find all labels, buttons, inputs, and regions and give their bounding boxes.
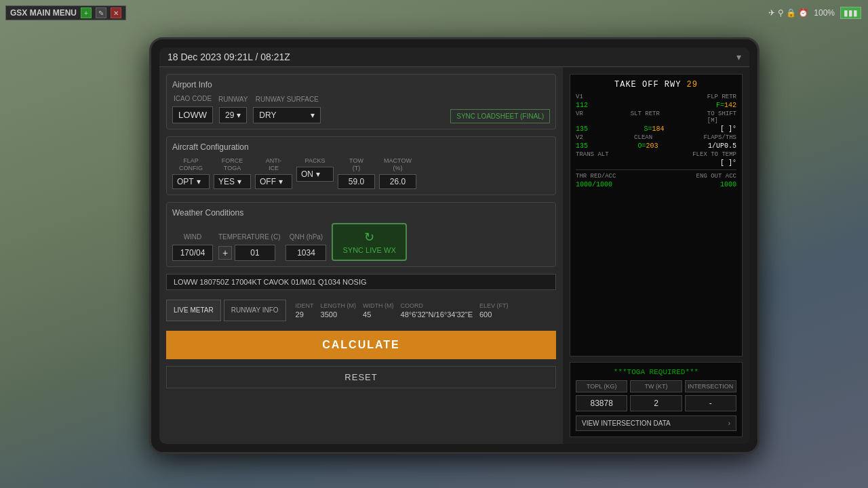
length-label: LENGTH (M) bbox=[321, 302, 357, 309]
fmc-to-shift-value: [ ]° bbox=[720, 125, 736, 133]
fmc-v1-label: V1 bbox=[576, 94, 583, 100]
icao-label: ICAO CODE bbox=[174, 95, 212, 102]
mactow-label: MACTOW(%) bbox=[384, 157, 412, 172]
topl-label: TOPL (KG) bbox=[576, 380, 627, 392]
anti-ice-dropdown[interactable]: OFF ▾ bbox=[255, 174, 292, 189]
chevron-right-icon: › bbox=[728, 420, 730, 427]
fmc-runway: 29 bbox=[687, 80, 698, 89]
width-value: 45 bbox=[363, 310, 393, 319]
coord-label: COORD bbox=[401, 302, 473, 309]
aircraft-config-section: Aircraft Configuration FLAPCONFIG OPT ▾ … bbox=[166, 136, 556, 195]
sync-wx-label: SYNC LIVE WX bbox=[342, 246, 395, 254]
ident-value: 29 bbox=[296, 310, 314, 319]
fmc-to-shift-label: TO SHIFT[M] bbox=[707, 110, 736, 124]
calculate-button[interactable]: CALCULATE bbox=[166, 331, 556, 359]
icao-value[interactable]: LOWW bbox=[172, 106, 213, 123]
weather-section: Weather Conditions WIND 170/04 TEMPERATU… bbox=[166, 202, 556, 267]
sync-icon: ↻ bbox=[364, 230, 374, 245]
edit-button[interactable]: ✎ bbox=[96, 7, 106, 18]
runway-chevron-icon: ▾ bbox=[237, 110, 241, 120]
temp-label: TEMPERATURE (C) bbox=[218, 233, 280, 241]
reset-button[interactable]: RESET bbox=[166, 366, 556, 388]
temp-plus-button[interactable]: + bbox=[218, 246, 232, 260]
wind-value[interactable]: 170/04 bbox=[172, 245, 213, 261]
tablet-topbar: 18 Dec 2023 09:21L / 08:21Z ▾ bbox=[159, 47, 749, 67]
fmc-clean-label: CLEAN bbox=[634, 134, 652, 141]
elev-label: ELEV (FT) bbox=[479, 302, 509, 309]
coord-field: COORD 48°6'32"N/16°34'32"E bbox=[401, 302, 473, 319]
temp-with-plus: + 01 bbox=[218, 245, 280, 261]
fmc-flp-retr-label: FLP RETR bbox=[707, 94, 736, 100]
sync-loadsheet-container: SYNC LOADSHEET (FINAL) bbox=[450, 109, 550, 123]
intersection-value: - bbox=[685, 395, 736, 411]
sync-loadsheet-button[interactable]: SYNC LOADSHEET (FINAL) bbox=[450, 109, 550, 123]
force-toga-label: FORCETOGA bbox=[222, 157, 243, 172]
mactow-value[interactable]: 26.0 bbox=[379, 174, 416, 189]
intersection-col: INTERSECTION - bbox=[685, 380, 736, 411]
fmc-row-trans-flex: TRANS ALT FLEX TO TEMP bbox=[576, 151, 736, 158]
add-button[interactable]: + bbox=[81, 7, 92, 18]
fmc-v2-value: 135 bbox=[576, 142, 588, 150]
fmc-row-thr-val-eng-val: 1000/1000 1000 bbox=[576, 181, 736, 188]
fmc-flp-retr-value: F=142 bbox=[716, 102, 736, 109]
icao-field: ICAO CODE LOWW bbox=[172, 95, 213, 123]
elev-field: ELEV (FT) 600 bbox=[479, 302, 509, 319]
force-toga-dropdown[interactable]: YES ▾ bbox=[214, 174, 251, 189]
temp-value[interactable]: 01 bbox=[235, 245, 275, 261]
surface-chevron-icon: ▾ bbox=[311, 110, 315, 120]
wind-field: WIND 170/04 bbox=[172, 233, 213, 261]
fmc-eng-out-label: ENG OUT ACC bbox=[696, 173, 736, 180]
fmc-row-v1val-flpval: 112 F=142 bbox=[576, 102, 736, 109]
runway-info-row: IDENT 29 LENGTH (M) 3500 WIDTH (M) 45 bbox=[296, 300, 556, 321]
flap-value: OPT bbox=[177, 177, 194, 186]
packs-dropdown[interactable]: ON ▾ bbox=[296, 167, 334, 182]
bottom-tabs: LIVE METAR RUNWAY INFO IDENT 29 LENGTH (… bbox=[166, 300, 556, 321]
flap-dropdown[interactable]: OPT ▾ bbox=[172, 174, 210, 189]
airport-info-title: Airport Info bbox=[172, 80, 550, 89]
view-intersection-button[interactable]: VIEW INTERSECTION DATA › bbox=[576, 415, 736, 431]
length-value: 3500 bbox=[321, 310, 357, 319]
live-metar-tab[interactable]: LIVE METAR bbox=[166, 300, 221, 321]
surface-dropdown[interactable]: DRY ▾ bbox=[253, 107, 321, 123]
fmc-thr-red-value: 1000/1000 bbox=[576, 181, 612, 188]
runway-info-tab[interactable]: RUNWAY INFO bbox=[224, 300, 286, 321]
flap-label: FLAPCONFIG bbox=[179, 157, 203, 172]
intersection-label: INTERSECTION bbox=[685, 380, 736, 392]
packs-chevron-icon: ▾ bbox=[316, 169, 320, 179]
force-toga-field: FORCETOGA YES ▾ bbox=[214, 157, 251, 189]
runway-field: RUNWAY 29 ▾ bbox=[218, 96, 248, 123]
tw-value: 2 bbox=[630, 395, 682, 411]
fmc-clean-value: O=203 bbox=[637, 142, 658, 150]
fmc-row-v2-clean: V2 CLEAN FLAPS/THS bbox=[576, 134, 736, 141]
fmc-vr-label: VR bbox=[576, 110, 583, 124]
battery-icon: ▮▮▮ bbox=[840, 7, 861, 19]
ident-field: IDENT 29 bbox=[296, 302, 314, 319]
fmc-flaps-ths-label: FLAPS/THS bbox=[703, 134, 736, 141]
surface-field: RUNWAY SURFACE DRY ▾ bbox=[253, 96, 321, 123]
fmc-title: TAKE OFF RWY 29 bbox=[576, 80, 736, 89]
anti-ice-value: OFF bbox=[260, 177, 276, 186]
flap-config-field: FLAPCONFIG OPT ▾ bbox=[172, 157, 210, 189]
width-label: WIDTH (M) bbox=[363, 302, 393, 309]
qnh-value[interactable]: 1034 bbox=[285, 245, 326, 261]
tw-label: TW (KT) bbox=[630, 380, 682, 392]
config-grid: FLAPCONFIG OPT ▾ FORCETOGA YES ▾ bbox=[172, 157, 550, 189]
aircraft-config-title: Aircraft Configuration bbox=[172, 142, 550, 152]
fmc-thr-red-label: THR RED/ACC bbox=[576, 173, 616, 180]
anti-ice-label: ANTI-ICE bbox=[266, 157, 282, 172]
surface-label: RUNWAY SURFACE bbox=[256, 96, 319, 103]
runway-dropdown[interactable]: 29 ▾ bbox=[219, 107, 247, 123]
divider bbox=[576, 169, 736, 170]
tow-value[interactable]: 59.0 bbox=[338, 174, 375, 189]
wind-label: WIND bbox=[172, 233, 213, 241]
weather-grid: WIND 170/04 TEMPERATURE (C) + 01 QNH (hP… bbox=[172, 223, 550, 261]
sync-wx-button[interactable]: ↻ SYNC LIVE WX bbox=[332, 223, 406, 261]
fmc-flaps-ths-value: 1/UP0.5 bbox=[708, 142, 736, 150]
fmc-display: TAKE OFF RWY 29 V1 FLP RETR 112 F=142 VR… bbox=[570, 74, 743, 357]
close-button[interactable]: ✕ bbox=[111, 7, 121, 18]
fmc-vr-value: 135 bbox=[576, 125, 588, 133]
tow-field: TOW(T) 59.0 bbox=[338, 157, 375, 189]
fmc-flex-temp-value: [ ]° bbox=[720, 159, 736, 167]
length-field: LENGTH (M) 3500 bbox=[321, 302, 357, 319]
coord-value: 48°6'32"N/16°34'32"E bbox=[401, 310, 473, 319]
